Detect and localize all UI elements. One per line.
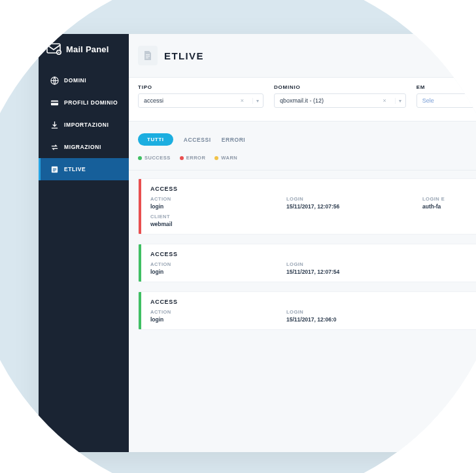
log-action-value: login	[150, 316, 281, 323]
import-icon	[50, 120, 59, 129]
log-list: ACCESS ACTION login LOGIN 15/11/2017, 12…	[129, 171, 476, 330]
log-action: ACTION login	[150, 261, 281, 275]
legend-success-label: SUCCESS	[144, 155, 171, 161]
log-card[interactable]: ACCESS ACTION login LOGIN 15/11/2017, 12…	[138, 291, 476, 330]
log-card-body: ACCESS ACTION login LOGIN 15/11/2017, 12…	[141, 244, 476, 282]
sidebar-nav: DOMINI PROFILI DOMINIO IMPORTAZIONI	[39, 69, 129, 180]
log-title: ACCESS	[150, 299, 476, 305]
log-title: ACCESS	[150, 251, 476, 257]
legend-warn: WARN	[214, 155, 237, 161]
sidebar-item-label: ETLIVE	[64, 166, 86, 172]
sidebar-item-profili-dominio[interactable]: PROFILI DOMINIO	[39, 91, 129, 114]
page-title: ETLIVE	[164, 50, 204, 61]
svg-rect-5	[50, 101, 58, 103]
tab-accessi[interactable]: ACCESSI	[184, 137, 211, 143]
filter-tipo: TIPO accessi × ▾	[138, 84, 264, 108]
clear-icon[interactable]: ×	[239, 97, 246, 104]
log-action-value: login	[150, 269, 281, 275]
label-client: CLIENT	[150, 214, 476, 220]
sidebar-item-label: DOMINI	[64, 77, 86, 84]
log-card-body: ACCESS ACTION login LOGIN 15/11/2017, 12…	[141, 179, 476, 234]
filter-dominio: DOMINIO qboxmail.it - (12) × ▾	[274, 84, 406, 108]
dot-error-icon	[180, 156, 184, 160]
live-icon	[50, 165, 59, 174]
svg-rect-9	[52, 171, 55, 171]
background-circle: Mail Panel DOMINI PROFILI DOMINIO	[0, 0, 476, 473]
label-action: ACTION	[150, 309, 281, 315]
svg-rect-12	[146, 57, 148, 58]
dot-warn-icon	[214, 156, 218, 160]
chevron-down-icon[interactable]: ▾	[252, 98, 259, 104]
log-login-time: LOGIN 15/11/2017, 12:07:56	[286, 196, 417, 210]
svg-rect-8	[52, 169, 56, 170]
select-tipo-value: accessi	[144, 97, 232, 104]
select-dominio-value: qboxmail.it - (12)	[280, 97, 375, 104]
clear-icon[interactable]: ×	[381, 97, 388, 104]
log-client-value: webmail	[150, 221, 476, 227]
log-card-body: ACCESS ACTION login LOGIN 15/11/2017, 12…	[141, 292, 476, 329]
log-login-extra	[422, 261, 476, 275]
sidebar-item-label: PROFILI DOMINIO	[64, 99, 118, 106]
log-login-time: LOGIN 15/11/2017, 12:07:54	[286, 261, 417, 275]
log-card[interactable]: ACCESS ACTION login LOGIN 15/11/2017, 12…	[138, 178, 476, 235]
label-login-time: LOGIN	[286, 196, 417, 202]
log-login-time-value: 15/11/2017, 12:07:56	[286, 203, 417, 210]
log-action-value: login	[150, 203, 281, 210]
filter-row: TIPO accessi × ▾ DOMINIO qboxmail.it - (…	[129, 77, 476, 122]
select-em[interactable]: Sele	[416, 93, 476, 108]
log-login-extra: LOGIN E auth-fa	[422, 196, 476, 210]
select-em-placeholder: Sele	[422, 97, 476, 104]
filter-label-tipo: TIPO	[138, 84, 264, 90]
label-login-extra: LOGIN E	[422, 196, 476, 202]
dot-success-icon	[138, 156, 142, 160]
main-content: ETLIVE TIPO accessi × ▾ DOMINIO qboxmail…	[129, 34, 476, 452]
svg-rect-10	[146, 54, 150, 55]
legend-success: SUCCESS	[138, 155, 171, 161]
filter-label-dominio: DOMINIO	[274, 84, 406, 90]
legend-row: SUCCESS ERROR WARN	[129, 152, 476, 171]
legend-warn-label: WARN	[221, 155, 237, 161]
sidebar-item-migrazioni[interactable]: MIGRAZIONI	[39, 136, 129, 158]
app-frame: Mail Panel DOMINI PROFILI DOMINIO	[39, 34, 476, 452]
log-action: ACTION login	[150, 196, 281, 210]
log-login-time-value: 15/11/2017, 12:07:54	[286, 269, 417, 275]
migrate-icon	[50, 142, 59, 152]
filter-em: EM Sele	[416, 84, 476, 108]
svg-rect-11	[146, 56, 150, 57]
log-client: CLIENT webmail	[150, 214, 476, 227]
sidebar-item-etlive[interactable]: ETLIVE	[39, 158, 129, 180]
svg-rect-7	[52, 168, 56, 169]
legend-error-label: ERROR	[186, 155, 206, 161]
globe-icon	[50, 76, 59, 85]
log-title: ACCESS	[150, 186, 476, 192]
log-login-extra-value: auth-fa	[422, 203, 476, 210]
sidebar-item-importazioni[interactable]: IMPORTAZIONI	[39, 114, 129, 136]
tab-errori[interactable]: ERRORI	[222, 137, 246, 143]
select-dominio[interactable]: qboxmail.it - (12) × ▾	[274, 93, 406, 108]
chevron-down-icon[interactable]: ▾	[395, 98, 401, 104]
label-login-time: LOGIN	[286, 261, 417, 267]
svg-point-2	[58, 52, 60, 53]
filter-label-em: EM	[416, 84, 476, 90]
brand-label: Mail Panel	[66, 44, 109, 54]
log-login-extra	[422, 309, 476, 323]
page-header: ETLIVE	[129, 43, 476, 77]
tabs-row: TUTTI ACCESSI ERRORI	[129, 122, 476, 152]
sidebar-item-label: MIGRAZIONI	[64, 144, 101, 150]
legend-error: ERROR	[180, 155, 206, 161]
mail-gear-icon	[46, 43, 62, 55]
label-action: ACTION	[150, 261, 281, 267]
page-header-icon	[138, 46, 158, 65]
log-action: ACTION login	[150, 309, 281, 323]
select-tipo[interactable]: accessi × ▾	[138, 93, 264, 108]
log-login-time-value: 15/11/2017, 12:06:0	[286, 316, 417, 323]
sidebar: Mail Panel DOMINI PROFILI DOMINIO	[39, 34, 129, 452]
log-card[interactable]: ACCESS ACTION login LOGIN 15/11/2017, 12…	[138, 244, 476, 282]
card-icon	[50, 98, 59, 107]
label-action: ACTION	[150, 196, 281, 202]
sidebar-item-domini[interactable]: DOMINI	[39, 69, 129, 91]
brand: Mail Panel	[39, 34, 129, 67]
sidebar-item-label: IMPORTAZIONI	[64, 122, 109, 128]
log-login-time: LOGIN 15/11/2017, 12:06:0	[286, 309, 417, 323]
tab-tutti[interactable]: TUTTI	[138, 133, 173, 146]
